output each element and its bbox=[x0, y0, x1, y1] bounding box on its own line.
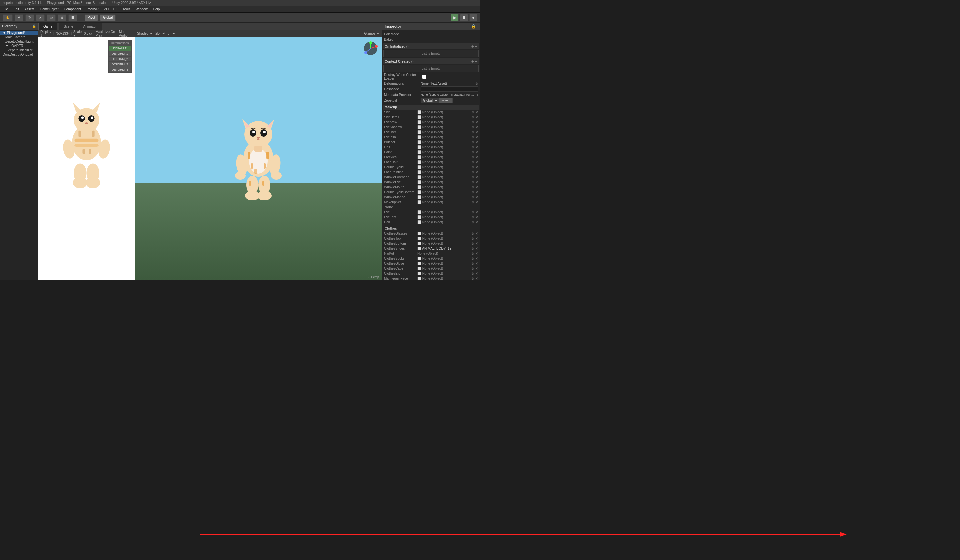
custom-tool-btn[interactable]: ☰ bbox=[68, 14, 77, 21]
destroy-checkbox[interactable] bbox=[422, 75, 426, 79]
2d-btn[interactable]: 2D bbox=[155, 32, 160, 35]
maximize-on-play-btn[interactable]: Maximize On Play bbox=[96, 30, 118, 37]
clothes-glasses-remove[interactable]: ✕ bbox=[475, 232, 478, 235]
menu-zepeto[interactable]: ZEPETO bbox=[104, 7, 117, 11]
none-eyelent-remove[interactable]: ✕ bbox=[475, 215, 478, 219]
context-created-rem-btn[interactable]: − bbox=[475, 59, 477, 64]
makeup-wrinklemouth-remove[interactable]: ✕ bbox=[475, 185, 478, 189]
inspector-lock-icon[interactable]: 🔒 bbox=[471, 24, 476, 29]
shaded-dropdown[interactable]: Shaded ▼ bbox=[137, 32, 153, 35]
none-eye-remove[interactable]: ✕ bbox=[475, 210, 478, 214]
global-btn[interactable]: Global bbox=[100, 14, 116, 21]
clothes-socks-target[interactable]: ⊙ bbox=[471, 257, 474, 260]
clothes-shoes-target[interactable]: ⊙ bbox=[471, 247, 474, 250]
makeup-freckles-remove[interactable]: ✕ bbox=[475, 155, 478, 159]
makeup-freckles-target[interactable]: ⊙ bbox=[471, 155, 474, 159]
clothes-socks-remove[interactable]: ✕ bbox=[475, 257, 478, 260]
makeup-eyelash-target[interactable]: ⊙ bbox=[471, 135, 474, 139]
tab-game[interactable]: Game bbox=[38, 23, 57, 30]
makeup-facepainting-target[interactable]: ⊙ bbox=[471, 170, 474, 174]
on-initialized-add-btn[interactable]: + bbox=[471, 44, 474, 49]
nailart-remove[interactable]: ✕ bbox=[475, 252, 478, 255]
clothes-glasses-target[interactable]: ⊙ bbox=[471, 232, 474, 235]
menu-file[interactable]: File bbox=[3, 7, 8, 11]
clothes-etc-remove[interactable]: ✕ bbox=[475, 272, 478, 275]
pause-btn[interactable]: ⏸ bbox=[460, 14, 468, 21]
menu-window[interactable]: Window bbox=[136, 7, 148, 11]
tree-item-initializer[interactable]: Zepeto Initializer bbox=[0, 48, 38, 52]
menu-tools[interactable]: Tools bbox=[123, 7, 130, 11]
tree-item-playground[interactable]: ▼ Playground* bbox=[0, 30, 38, 35]
makeup-skindetail-target[interactable]: ⊙ bbox=[471, 115, 474, 119]
makeup-eyeshadow-remove[interactable]: ✕ bbox=[475, 125, 478, 129]
deform-2-btn[interactable]: DEFORM_2 bbox=[109, 57, 131, 61]
light-btn[interactable]: ☀ bbox=[162, 32, 165, 35]
menu-component[interactable]: Component bbox=[64, 7, 82, 11]
clothes-top-target[interactable]: ⊙ bbox=[471, 237, 474, 240]
transform-tool-btn[interactable]: ⊕ bbox=[58, 14, 66, 21]
deform-1-btn[interactable]: DEFORM_1 bbox=[109, 51, 131, 56]
clothes-shoes-remove[interactable]: ✕ bbox=[475, 247, 478, 250]
makeup-paint-target[interactable]: ⊙ bbox=[471, 150, 474, 154]
tree-item-camera[interactable]: Main Camera bbox=[0, 35, 38, 39]
hand-tool-btn[interactable]: ✋ bbox=[3, 14, 13, 21]
makeup-skin-remove[interactable]: ✕ bbox=[475, 110, 478, 114]
makeup-makeupset-target[interactable]: ⊙ bbox=[471, 200, 474, 204]
move-tool-btn[interactable]: ✥ bbox=[14, 14, 23, 21]
context-created-add-btn[interactable]: + bbox=[471, 59, 474, 64]
makeup-lips-remove[interactable]: ✕ bbox=[475, 146, 478, 149]
clothes-etc-target[interactable]: ⊙ bbox=[471, 272, 474, 275]
deform-4-btn[interactable]: DEFORM_4 bbox=[109, 67, 131, 72]
rect-tool-btn[interactable]: ▭ bbox=[46, 14, 56, 21]
on-initialized-rem-btn[interactable]: − bbox=[475, 44, 477, 49]
mannequin-face-target[interactable]: ⊙ bbox=[471, 277, 474, 280]
makeup-facehair-target[interactable]: ⊙ bbox=[471, 160, 474, 164]
none-eyelent-target[interactable]: ⊙ bbox=[471, 215, 474, 219]
menu-edit[interactable]: Edit bbox=[13, 7, 19, 11]
makeup-wrinklemouth-target[interactable]: ⊙ bbox=[471, 185, 474, 189]
none-hair-target[interactable]: ⊙ bbox=[471, 220, 474, 224]
play-btn[interactable]: ▶ bbox=[451, 14, 459, 21]
makeup-wrinkleforehead-remove[interactable]: ✕ bbox=[475, 175, 478, 179]
makeup-eyeliner-remove[interactable]: ✕ bbox=[475, 130, 478, 134]
hierarchy-lock-btn[interactable]: 🔒 bbox=[32, 24, 36, 28]
makeup-doubleeyelid-remove[interactable]: ✕ bbox=[475, 165, 478, 169]
clothes-cape-remove[interactable]: ✕ bbox=[475, 267, 478, 270]
makeup-blusher-remove[interactable]: ✕ bbox=[475, 140, 478, 144]
scale-tool-btn[interactable]: ⤢ bbox=[36, 14, 45, 21]
makeup-wrinkleeye-remove[interactable]: ✕ bbox=[475, 180, 478, 184]
nailart-target[interactable]: ⊙ bbox=[471, 252, 474, 255]
makeup-doubleeyelid-target[interactable]: ⊙ bbox=[471, 165, 474, 169]
step-btn[interactable]: ⏭ bbox=[469, 14, 477, 21]
deform-3-btn[interactable]: DEFORM_3 bbox=[109, 62, 131, 67]
makeup-makeupset-remove[interactable]: ✕ bbox=[475, 200, 478, 204]
clothes-bottom-remove[interactable]: ✕ bbox=[475, 242, 478, 245]
audio-btn[interactable]: ♪ bbox=[168, 32, 170, 35]
clothes-glove-remove[interactable]: ✕ bbox=[475, 262, 478, 265]
hierarchy-add-btn[interactable]: + bbox=[28, 24, 30, 28]
mute-audio-btn[interactable]: Mute Audio bbox=[119, 30, 133, 37]
makeup-eyeshadow-target[interactable]: ⊙ bbox=[471, 125, 474, 129]
makeup-facepainting-remove[interactable]: ✕ bbox=[475, 170, 478, 174]
clothes-bottom-target[interactable]: ⊙ bbox=[471, 242, 474, 245]
clothes-cape-target[interactable]: ⊙ bbox=[471, 267, 474, 270]
gizmos-btn[interactable]: Gizmos ▼ bbox=[364, 32, 380, 35]
menu-assets[interactable]: Assets bbox=[24, 7, 34, 11]
rotate-tool-btn[interactable]: ↻ bbox=[25, 14, 34, 21]
zepetoid-search-btn[interactable]: search bbox=[439, 98, 453, 103]
menu-help[interactable]: Help bbox=[153, 7, 160, 11]
clothes-glove-target[interactable]: ⊙ bbox=[471, 262, 474, 265]
menu-rockvr[interactable]: RockVR bbox=[86, 7, 99, 11]
clothes-top-remove[interactable]: ✕ bbox=[475, 237, 478, 240]
makeup-paint-remove[interactable]: ✕ bbox=[475, 150, 478, 154]
makeup-eyeliner-target[interactable]: ⊙ bbox=[471, 130, 474, 134]
hashcode-input[interactable] bbox=[421, 86, 478, 92]
makeup-doubleeyelidbottom-remove[interactable]: ✕ bbox=[475, 190, 478, 194]
pivot-btn[interactable]: Pivot bbox=[85, 14, 98, 21]
makeup-doubleeyelidbottom-target[interactable]: ⊙ bbox=[471, 190, 474, 194]
deformations-target-icon[interactable]: ⊙ bbox=[475, 82, 478, 85]
none-eye-target[interactable]: ⊙ bbox=[471, 210, 474, 214]
makeup-eyebrow-remove[interactable]: ✕ bbox=[475, 120, 478, 124]
makeup-wrinkleforehead-target[interactable]: ⊙ bbox=[471, 175, 474, 179]
metadata-target-icon[interactable]: ⊙ bbox=[475, 93, 478, 97]
